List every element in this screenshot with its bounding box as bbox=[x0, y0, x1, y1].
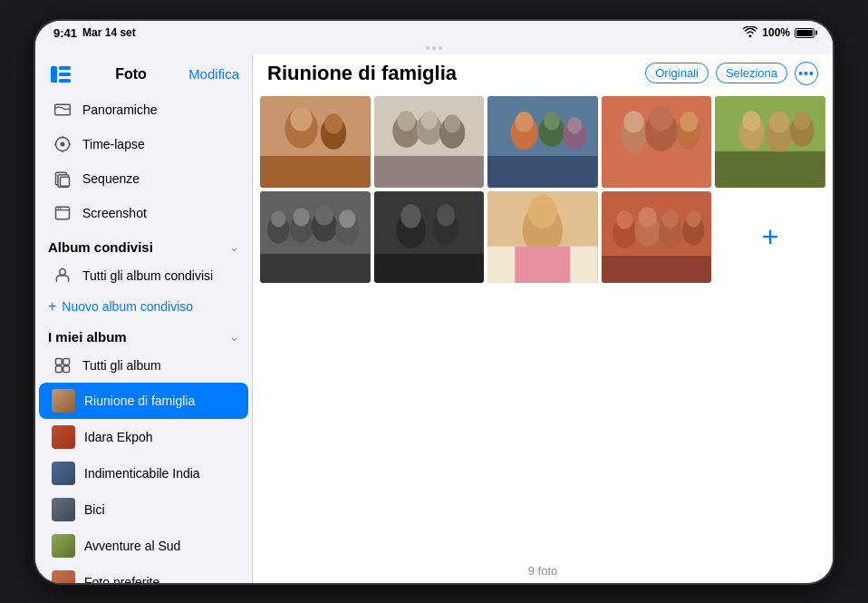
photo-1[interactable] bbox=[260, 96, 371, 188]
svg-point-46 bbox=[680, 112, 698, 131]
wifi-icon bbox=[743, 26, 757, 40]
my-albums-chevron: ⌄ bbox=[229, 330, 239, 344]
svg-rect-3 bbox=[59, 79, 71, 83]
photo-7[interactable] bbox=[374, 191, 485, 283]
svg-rect-31 bbox=[374, 155, 485, 187]
svg-point-78 bbox=[616, 210, 632, 229]
india-thumb bbox=[52, 462, 75, 485]
sidebar-edit-button[interactable]: Modifica bbox=[188, 66, 239, 82]
sidebar-item-sequenze[interactable]: Sequenze bbox=[39, 161, 248, 196]
sidebar-item-idara[interactable]: Idara Ekpoh bbox=[39, 419, 248, 455]
idara-thumb bbox=[52, 425, 75, 449]
svg-point-6 bbox=[61, 141, 65, 146]
svg-point-80 bbox=[638, 207, 656, 227]
svg-point-38 bbox=[567, 117, 582, 133]
sidebar-item-tutti-album[interactable]: Tutti gli album bbox=[39, 348, 248, 383]
sidebar-view-toggle[interactable] bbox=[48, 62, 73, 87]
my-albums-title: I miei album bbox=[48, 329, 127, 345]
svg-rect-0 bbox=[51, 66, 57, 83]
my-albums-header[interactable]: I miei album ⌄ bbox=[35, 320, 252, 348]
riunione-thumb bbox=[52, 389, 75, 413]
photo-4[interactable] bbox=[602, 96, 712, 188]
sidebar-item-riunione[interactable]: Riunione di famiglia bbox=[39, 383, 248, 419]
originali-button[interactable]: Originali bbox=[645, 63, 709, 83]
new-shared-album-label: Nuovo album condiviso bbox=[62, 299, 193, 314]
battery-icon bbox=[795, 28, 815, 38]
shared-albums-header[interactable]: Album condivisi ⌄ bbox=[35, 230, 252, 258]
photo-3[interactable] bbox=[487, 96, 598, 188]
sidebar: Foto Modifica Panoramiche bbox=[35, 54, 253, 583]
new-shared-album-button[interactable]: + Nuovo album condiviso bbox=[35, 293, 252, 320]
photo-6[interactable] bbox=[260, 191, 371, 283]
main-header: Riunione di famiglia Originali Seleziona… bbox=[253, 54, 833, 92]
sidebar-item-tutti-condivisi[interactable]: Tutti gli album condivisi bbox=[39, 258, 248, 293]
new-shared-plus-icon: + bbox=[48, 298, 56, 315]
svg-point-42 bbox=[623, 111, 643, 132]
svg-rect-39 bbox=[487, 155, 598, 187]
sidebar-item-screenshot[interactable]: Screenshot bbox=[39, 196, 248, 230]
svg-rect-9 bbox=[61, 177, 70, 186]
status-time: 9:41 bbox=[53, 26, 77, 40]
sidebar-item-timelapse[interactable]: Time-lapse bbox=[39, 127, 248, 161]
svg-rect-1 bbox=[59, 66, 71, 70]
shared-albums-chevron: ⌄ bbox=[229, 240, 239, 254]
more-button[interactable]: ••• bbox=[795, 62, 818, 85]
svg-point-11 bbox=[58, 208, 60, 209]
screenshot-icon bbox=[52, 202, 73, 224]
status-bar: 9:41 Mar 14 set 100% bbox=[35, 21, 833, 42]
svg-point-13 bbox=[60, 268, 66, 275]
status-date: Mar 14 set bbox=[82, 26, 136, 39]
header-actions: Originali Seleziona ••• bbox=[645, 62, 818, 85]
sidebar-item-india[interactable]: Indimenticabile India bbox=[39, 455, 248, 491]
avventure-thumb bbox=[52, 534, 75, 558]
shared-albums-title: Album condivisi bbox=[48, 239, 153, 255]
svg-point-69 bbox=[436, 204, 454, 226]
svg-point-63 bbox=[339, 209, 355, 228]
bici-thumb bbox=[52, 498, 75, 521]
sidebar-item-avventure[interactable]: Avventure al Sud bbox=[39, 528, 248, 564]
tutti-album-label: Tutti gli album bbox=[82, 358, 236, 373]
photo-9[interactable] bbox=[602, 191, 712, 283]
sequenze-label: Sequenze bbox=[82, 171, 236, 186]
svg-point-28 bbox=[420, 111, 437, 129]
panoramiche-label: Panoramiche bbox=[82, 102, 236, 117]
svg-rect-85 bbox=[602, 256, 712, 283]
photo-grid: + bbox=[253, 92, 833, 559]
bici-label: Bici bbox=[84, 502, 236, 517]
sidebar-title: Foto bbox=[115, 66, 147, 83]
svg-rect-48 bbox=[715, 151, 825, 188]
svg-rect-16 bbox=[56, 365, 63, 372]
preferite-label: Foto preferite bbox=[84, 575, 236, 583]
svg-rect-64 bbox=[260, 254, 371, 283]
sidebar-item-bici[interactable]: Bici bbox=[39, 491, 248, 528]
sidebar-item-panoramiche[interactable]: Panoramiche bbox=[39, 92, 248, 127]
svg-point-57 bbox=[271, 210, 285, 227]
photo-count: 9 foto bbox=[528, 564, 558, 578]
sidebar-item-preferite[interactable]: Foto preferite bbox=[39, 564, 248, 583]
burst-icon bbox=[52, 168, 73, 190]
svg-point-22 bbox=[324, 113, 342, 133]
main-title: Riunione di famiglia bbox=[267, 62, 457, 85]
svg-point-59 bbox=[293, 208, 309, 226]
screenshot-label: Screenshot bbox=[82, 206, 236, 220]
add-photo-button[interactable]: + bbox=[715, 191, 825, 283]
photo-5[interactable] bbox=[715, 96, 825, 188]
main-content: Riunione di famiglia Originali Seleziona… bbox=[253, 54, 833, 583]
svg-rect-23 bbox=[260, 155, 371, 187]
svg-point-26 bbox=[397, 111, 415, 131]
sidebar-header: Foto Modifica bbox=[35, 54, 252, 92]
svg-point-54 bbox=[795, 112, 811, 130]
svg-rect-75 bbox=[516, 247, 571, 284]
india-label: Indimenticabile India bbox=[84, 466, 236, 481]
svg-point-67 bbox=[400, 204, 420, 228]
avventure-label: Avventure al Sud bbox=[84, 539, 236, 553]
more-dots-icon: ••• bbox=[798, 67, 815, 80]
svg-point-44 bbox=[649, 105, 672, 131]
main-footer: 9 foto bbox=[253, 559, 833, 583]
photo-2[interactable] bbox=[374, 96, 485, 188]
photo-8[interactable] bbox=[487, 191, 598, 283]
svg-point-36 bbox=[544, 112, 560, 130]
svg-point-20 bbox=[290, 107, 312, 131]
battery-100-text: 100% bbox=[762, 26, 790, 39]
seleziona-button[interactable]: Seleziona bbox=[716, 63, 787, 83]
